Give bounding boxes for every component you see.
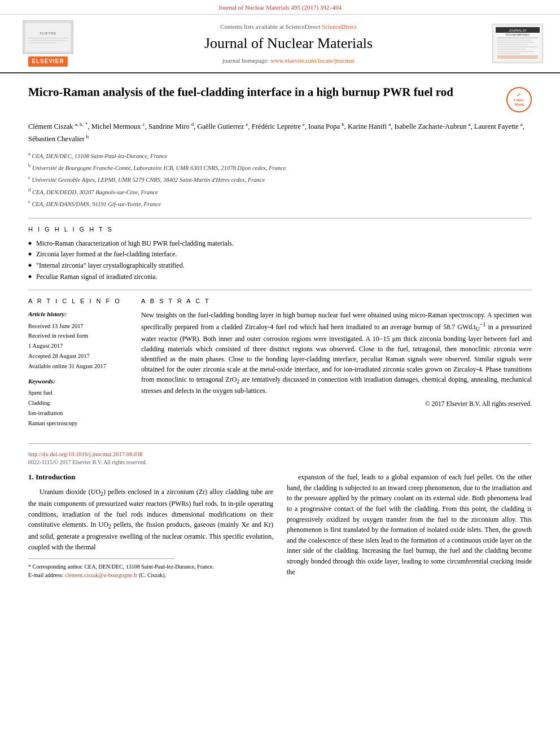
sciencedirect-text: Contents lists available at ScienceDirec… bbox=[90, 23, 487, 31]
keyword-4: Raman spectroscopy bbox=[28, 418, 130, 429]
highlights-list: Micro-Raman characterization of high BU … bbox=[28, 239, 532, 282]
journal-thumbnail: JOURNAL OF NUCLEAR MATERIALS bbox=[492, 24, 543, 63]
affiliation-c: c Université Grenoble Alpes, LEPMI, UMR … bbox=[28, 174, 532, 185]
highlight-item-1: Micro-Raman characterization of high BU … bbox=[28, 239, 532, 248]
journal-header-right: JOURNAL OF NUCLEAR MATERIALS bbox=[492, 24, 549, 63]
main-content: Micro-Raman analysis of the fuel-claddin… bbox=[0, 73, 560, 590]
info-abstract-two-col: A R T I C L E I N F O Article history: R… bbox=[28, 297, 532, 434]
keyword-3: Ion-irradiation bbox=[28, 408, 130, 418]
svg-rect-4 bbox=[28, 42, 56, 43]
svg-rect-12 bbox=[497, 44, 528, 45]
body-two-col: 1. Introduction Uranium dioxide (UO2) pe… bbox=[28, 472, 532, 579]
svg-rect-9 bbox=[497, 37, 538, 38]
article-title-text: Micro-Raman analysis of the fuel-claddin… bbox=[28, 85, 501, 100]
highlights-title: H I G H L I G H T S bbox=[28, 225, 532, 234]
abstract-heading: A B S T R A C T bbox=[141, 297, 532, 305]
body-col-left: 1. Introduction Uranium dioxide (UO2) pe… bbox=[28, 472, 273, 579]
date-accepted: Accepted 28 August 2017 bbox=[28, 351, 130, 361]
journal-title: Journal of Nuclear Materials bbox=[90, 33, 487, 54]
intro-left-text: Uranium dioxide (UO2) pellets enclosed i… bbox=[28, 487, 273, 552]
doi-link: http://dx.doi.org/10.1016/j.jnucmat.2017… bbox=[28, 451, 532, 459]
keywords-list: Spent fuel Cladding Ion-irradiation Rama… bbox=[28, 388, 130, 428]
divider-1 bbox=[28, 218, 532, 219]
intro-section-title: 1. Introduction bbox=[28, 472, 273, 482]
article-history-dates: Received 13 June 2017 Received in revise… bbox=[28, 321, 130, 372]
email-link[interactable]: clement.ciszak@u-bourgogne.fr bbox=[65, 572, 137, 578]
date-online: Available online 31 August 2017 bbox=[28, 361, 130, 372]
svg-text:NUCLEAR MATERIALS: NUCLEAR MATERIALS bbox=[506, 33, 530, 36]
journal-homepage: journal homepage: www.elsevier.com/locat… bbox=[90, 56, 487, 65]
svg-rect-11 bbox=[497, 42, 534, 43]
crossmark-badge: ✓ Cross- Mark bbox=[506, 87, 532, 112]
date-revised-label: Received in revised form bbox=[28, 331, 130, 341]
journal-header: ELSEVIER ELSEVIER Contents lists availab… bbox=[0, 15, 560, 73]
svg-text:ELSEVIER: ELSEVIER bbox=[40, 32, 56, 35]
keyword-1: Spent fuel bbox=[28, 388, 130, 398]
crossmark-label: ✓ Cross- Mark bbox=[514, 93, 524, 107]
divider-3 bbox=[28, 443, 532, 444]
highlight-item-3: "Internal zirconia" layer crystallograph… bbox=[28, 261, 532, 270]
svg-rect-10 bbox=[497, 40, 531, 41]
journal-header-center: Contents lists available at ScienceDirec… bbox=[90, 23, 487, 65]
abstract-col: A B S T R A C T New insights on the fuel… bbox=[141, 297, 532, 434]
keyword-2: Cladding bbox=[28, 398, 130, 408]
journal-reference-text: Journal of Nuclear Materials 495 (2017) … bbox=[218, 4, 342, 11]
journal-homepage-link[interactable]: www.elsevier.com/locate/jnucmat bbox=[270, 57, 355, 64]
abstract-text: New insights on the fuel-cladding bondin… bbox=[141, 310, 532, 396]
highlight-item-2: Zirconia layer formed at the fuel-claddi… bbox=[28, 250, 532, 259]
highlights-section: H I G H L I G H T S Micro-Raman characte… bbox=[28, 225, 532, 282]
intro-section-num: 1. bbox=[28, 473, 36, 481]
intro-right-text: expansion of the fuel, leads to a global… bbox=[287, 472, 532, 577]
keywords-section: Keywords: Spent fuel Cladding Ion-irradi… bbox=[28, 377, 130, 429]
date-revised: 1 August 2017 bbox=[28, 341, 130, 351]
sciencedirect-link[interactable]: ScienceDirect bbox=[322, 23, 357, 30]
affiliation-e: e CEA, DEN/DANS/DMN, 91191 Gif-sur-Yvett… bbox=[28, 198, 532, 209]
intro-section-name: Introduction bbox=[36, 473, 76, 481]
affiliation-b: b Université de Bourgogne Franche-Comté,… bbox=[28, 162, 532, 173]
page-wrapper: Journal of Nuclear Materials 495 (2017) … bbox=[0, 0, 560, 591]
svg-rect-16 bbox=[497, 53, 520, 54]
keywords-title: Keywords: bbox=[28, 377, 130, 386]
affiliations: a CEA, DEN/DEC, 13108 Saint-Paul-lez-Dur… bbox=[28, 150, 532, 209]
article-info-heading: A R T I C L E I N F O bbox=[28, 297, 130, 305]
elsevier-label: ELSEVIER bbox=[28, 56, 67, 67]
journal-header-left: ELSEVIER ELSEVIER bbox=[11, 20, 85, 67]
footnote-line bbox=[28, 558, 175, 559]
article-info-col: A R T I C L E I N F O Article history: R… bbox=[28, 297, 130, 434]
elsevier-logo-svg: ELSEVIER bbox=[25, 23, 71, 51]
divider-2 bbox=[28, 290, 532, 290]
svg-rect-17 bbox=[497, 55, 538, 59]
svg-rect-2 bbox=[28, 37, 68, 39]
affiliation-d: d CEA, DEN/DEDD, 30207 Bagnols-sur-Cèze,… bbox=[28, 186, 532, 197]
svg-rect-15 bbox=[497, 51, 534, 52]
abstract-copyright: © 2017 Elsevier B.V. All rights reserved… bbox=[141, 399, 532, 408]
svg-rect-3 bbox=[28, 40, 68, 41]
article-title-container: Micro-Raman analysis of the fuel-claddin… bbox=[28, 85, 532, 112]
doi-url[interactable]: http://dx.doi.org/10.1016/j.jnucmat.2017… bbox=[28, 451, 143, 457]
issn-rights: 0022-3115/© 2017 Elsevier B.V. All right… bbox=[28, 458, 532, 466]
svg-rect-14 bbox=[497, 49, 526, 50]
journal-reference-bar: Journal of Nuclear Materials 495 (2017) … bbox=[0, 0, 560, 15]
article-history: Article history: Received 13 June 2017 R… bbox=[28, 310, 130, 372]
footnote-text: * Corresponding author. CEA, DEN/DEC, 13… bbox=[28, 562, 273, 579]
body-col-right: expansion of the fuel, leads to a global… bbox=[287, 472, 532, 579]
svg-text:JOURNAL OF: JOURNAL OF bbox=[509, 29, 526, 32]
elsevier-logo-image: ELSEVIER bbox=[23, 20, 73, 54]
article-history-title: Article history: bbox=[28, 310, 130, 318]
svg-rect-13 bbox=[497, 46, 537, 47]
affiliation-a: a CEA, DEN/DEC, 13108 Saint-Paul-lez-Dur… bbox=[28, 150, 532, 161]
highlight-item-4: Peculiar Raman signal of irradiated zirc… bbox=[28, 272, 532, 282]
authors: Clément Ciszak a, b, *, Michel Mermoux c… bbox=[28, 120, 532, 144]
date-received: Received 13 June 2017 bbox=[28, 321, 130, 331]
